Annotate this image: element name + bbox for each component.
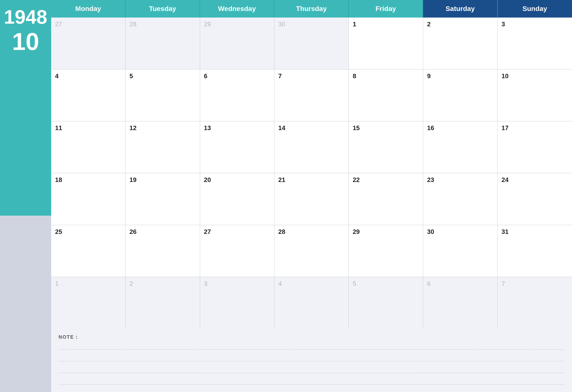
day-cell-5-6[interactable]: 7 [498, 277, 572, 329]
day-cell-5-1[interactable]: 2 [126, 277, 200, 329]
day-cell-2-5[interactable]: 16 [423, 121, 497, 173]
day-number-4-4: 29 [353, 228, 360, 235]
day-cell-3-5[interactable]: 23 [423, 173, 497, 225]
week-row-4: 18192021222324 [51, 173, 572, 225]
day-number-4-3: 28 [278, 228, 286, 235]
day-number-1-2: 6 [204, 72, 207, 80]
year-display: 1948 [4, 7, 47, 27]
day-number-5-5: 6 [427, 280, 430, 287]
day-number-5-4: 5 [353, 280, 356, 287]
day-number-0-2: 29 [204, 20, 211, 28]
day-cell-5-3[interactable]: 4 [274, 277, 349, 329]
sidebar: 1948 10 October [0, 0, 51, 392]
day-cell-3-2[interactable]: 20 [200, 173, 274, 225]
day-cell-3-6[interactable]: 24 [498, 173, 572, 225]
day-number-4-6: 31 [502, 228, 509, 235]
notes-section: NOTE： [51, 329, 572, 392]
day-cell-1-4[interactable]: 8 [349, 69, 423, 121]
day-number-5-6: 7 [502, 280, 505, 287]
calendar-header: Monday Tuesday Wednesday Thursday Friday… [51, 0, 572, 17]
day-cell-1-1[interactable]: 5 [126, 69, 200, 121]
day-cell-4-5[interactable]: 30 [423, 225, 497, 277]
day-number-2-0: 11 [55, 124, 62, 132]
header-friday: Friday [349, 0, 423, 17]
day-cell-1-5[interactable]: 9 [423, 69, 497, 121]
day-number-1-0: 4 [55, 72, 59, 80]
day-number-5-3: 4 [278, 280, 282, 287]
day-number-4-5: 30 [427, 228, 434, 235]
day-cell-0-3[interactable]: 30 [274, 17, 349, 69]
day-number-5-2: 3 [204, 280, 207, 287]
day-cell-3-1[interactable]: 19 [126, 173, 200, 225]
day-number-0-3: 30 [278, 20, 286, 28]
day-number-0-6: 3 [502, 20, 505, 28]
day-number-2-6: 17 [502, 124, 509, 132]
day-cell-2-1[interactable]: 12 [126, 121, 200, 173]
day-cell-5-5[interactable]: 6 [423, 277, 497, 329]
day-number-0-5: 2 [427, 20, 430, 28]
day-cell-5-0[interactable]: 1 [51, 277, 126, 329]
day-cell-1-6[interactable]: 10 [498, 69, 572, 121]
day-cell-4-6[interactable]: 31 [498, 225, 572, 277]
day-cell-4-2[interactable]: 27 [200, 225, 274, 277]
day-number-2-3: 14 [278, 124, 286, 132]
day-number-4-2: 27 [204, 228, 211, 235]
month-number-display: 10 [12, 29, 39, 54]
day-cell-2-0[interactable]: 11 [51, 121, 126, 173]
day-cell-2-4[interactable]: 15 [349, 121, 423, 173]
week-row-3: 11121314151617 [51, 121, 572, 173]
day-cell-0-2[interactable]: 29 [200, 17, 274, 69]
day-number-0-0: 27 [55, 20, 62, 28]
day-cell-3-0[interactable]: 18 [51, 173, 126, 225]
day-number-1-4: 8 [353, 72, 356, 80]
day-number-3-5: 23 [427, 176, 434, 184]
day-number-4-1: 26 [129, 228, 137, 235]
day-number-2-4: 15 [353, 124, 360, 132]
week-row-5: 25262728293031 [51, 225, 572, 277]
header-wednesday: Wednesday [200, 0, 274, 17]
header-sunday: Sunday [498, 0, 572, 17]
day-cell-2-6[interactable]: 17 [498, 121, 572, 173]
header-saturday: Saturday [423, 0, 497, 17]
day-cell-4-0[interactable]: 25 [51, 225, 126, 277]
day-number-1-3: 7 [278, 72, 282, 80]
day-cell-5-2[interactable]: 3 [200, 277, 274, 329]
day-cell-3-4[interactable]: 22 [349, 173, 423, 225]
notes-line-2[interactable] [59, 354, 565, 361]
notes-line-1[interactable] [59, 342, 565, 350]
day-cell-2-2[interactable]: 13 [200, 121, 274, 173]
notes-lines [59, 342, 565, 385]
notes-label: NOTE： [59, 334, 565, 340]
day-number-3-6: 24 [502, 176, 509, 184]
day-number-5-1: 2 [129, 280, 133, 287]
day-cell-3-3[interactable]: 21 [274, 173, 349, 225]
day-number-0-1: 28 [129, 20, 137, 28]
day-number-3-0: 18 [55, 176, 62, 184]
day-number-5-0: 1 [55, 280, 59, 287]
day-number-1-1: 5 [129, 72, 133, 80]
day-cell-4-4[interactable]: 29 [349, 225, 423, 277]
day-cell-0-6[interactable]: 3 [498, 17, 572, 69]
day-cell-4-3[interactable]: 28 [274, 225, 349, 277]
day-cell-0-4[interactable]: 1 [349, 17, 423, 69]
day-cell-1-2[interactable]: 6 [200, 69, 274, 121]
day-number-2-1: 12 [129, 124, 137, 132]
day-number-0-4: 1 [353, 20, 356, 28]
calendar-grid: 2728293012345678910111213141516171819202… [51, 17, 572, 329]
day-cell-5-4[interactable]: 5 [349, 277, 423, 329]
day-number-3-2: 20 [204, 176, 211, 184]
day-cell-4-1[interactable]: 26 [126, 225, 200, 277]
day-cell-1-0[interactable]: 4 [51, 69, 126, 121]
notes-line-4[interactable] [59, 377, 565, 385]
month-name-display: October [1, 63, 50, 78]
day-cell-0-0[interactable]: 27 [51, 17, 126, 69]
calendar-main: Monday Tuesday Wednesday Thursday Friday… [51, 0, 572, 392]
day-cell-1-3[interactable]: 7 [274, 69, 349, 121]
day-cell-2-3[interactable]: 14 [274, 121, 349, 173]
header-thursday: Thursday [274, 0, 349, 17]
day-number-2-2: 13 [204, 124, 211, 132]
notes-line-3[interactable] [59, 366, 565, 373]
day-cell-0-5[interactable]: 2 [423, 17, 497, 69]
day-cell-0-1[interactable]: 28 [126, 17, 200, 69]
day-number-3-1: 19 [129, 176, 137, 184]
